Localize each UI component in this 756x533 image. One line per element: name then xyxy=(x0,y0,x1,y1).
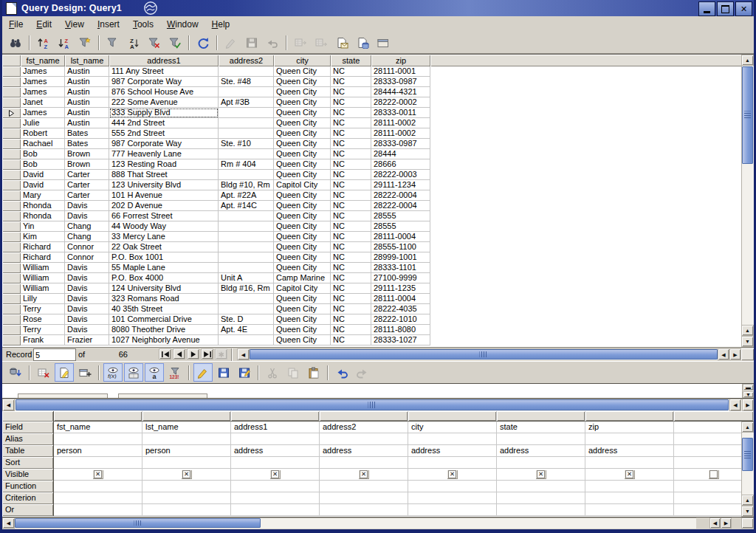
table-row[interactable]: JamesAustin333 Supply BlvdQueen CityNC28… xyxy=(2,108,754,118)
visible-checkbox[interactable]: ✕ xyxy=(447,470,458,479)
grid-cell-function[interactable] xyxy=(54,481,142,492)
row-header[interactable] xyxy=(2,273,21,283)
cell[interactable]: 40 35th Street xyxy=(109,304,219,314)
table-row[interactable]: JulieAustin444 2nd StreetQueen CityNC281… xyxy=(2,118,754,128)
grid-vertical-scrollbar[interactable]: ▲ ▲ ▼ xyxy=(741,422,754,517)
row-header[interactable] xyxy=(2,149,21,159)
add-table-icon[interactable] xyxy=(75,363,94,382)
cell[interactable]: 28444 xyxy=(371,149,430,159)
cell[interactable]: 66 Forrest Street xyxy=(109,211,219,221)
grid-cell-table[interactable]: address xyxy=(320,445,408,457)
cell[interactable]: Richard xyxy=(21,252,65,263)
cell[interactable]: Queen City xyxy=(274,314,331,325)
grid-cell-visible[interactable]: ✕ xyxy=(231,469,320,481)
last-record-button[interactable] xyxy=(201,348,213,360)
cell[interactable] xyxy=(219,108,274,118)
scroll-up-button-2[interactable]: ▲ xyxy=(741,325,754,336)
grid-cell-alias[interactable] xyxy=(585,433,674,445)
row-header[interactable] xyxy=(2,77,21,87)
grid-cell-or[interactable] xyxy=(231,504,320,516)
save-icon[interactable] xyxy=(214,363,233,382)
scroll-left-button[interactable]: ◀ xyxy=(2,517,15,529)
cell[interactable]: Queen City xyxy=(274,77,331,87)
cell[interactable]: Davis xyxy=(65,273,109,283)
column-header-fst_name[interactable]: fst_name xyxy=(21,55,65,66)
row-header[interactable] xyxy=(2,325,21,335)
cell[interactable]: Carter xyxy=(65,190,109,201)
row-header[interactable] xyxy=(2,66,21,77)
cell[interactable]: NC xyxy=(331,252,371,263)
column-header-address2[interactable]: address2 xyxy=(219,55,274,66)
column-header-city[interactable]: city xyxy=(274,55,331,66)
cell[interactable] xyxy=(219,87,274,97)
grid-cell-field[interactable]: fst_name xyxy=(54,422,142,433)
grid-cell-or[interactable] xyxy=(54,504,142,516)
cell[interactable]: Queen City xyxy=(274,325,331,335)
cell[interactable]: 111 Any Street xyxy=(109,66,219,77)
cell[interactable]: NC xyxy=(331,159,371,170)
grid-cell-criterion[interactable] xyxy=(497,492,585,504)
cell[interactable]: Davis xyxy=(65,283,109,294)
scroll-right-button[interactable]: ▶ xyxy=(729,348,741,360)
cell[interactable]: 28333-1101 xyxy=(371,263,430,273)
column-header-address1[interactable]: address1 xyxy=(109,55,219,66)
sort-order-icon[interactable]: ZA xyxy=(124,34,143,52)
grid-cell-visible[interactable]: ✕ xyxy=(585,469,674,481)
scroll-left-button-2[interactable]: ◀ xyxy=(709,517,721,529)
cell[interactable]: Terry xyxy=(21,304,65,314)
cell[interactable]: Bldg #10, Rm xyxy=(219,180,274,190)
grid-cell-sort[interactable] xyxy=(54,457,142,469)
cell[interactable]: Davis xyxy=(65,294,109,304)
cell[interactable]: Queen City xyxy=(274,232,331,242)
cell[interactable]: NC xyxy=(331,201,371,211)
cell[interactable]: James xyxy=(21,108,65,118)
run-query-icon[interactable] xyxy=(6,363,25,382)
table-horizontal-scrollbar[interactable]: ◀ ◀ ▶ xyxy=(237,348,741,360)
grid-cell-function[interactable] xyxy=(585,481,674,492)
cell[interactable]: 28111-8080 xyxy=(371,325,430,335)
cell[interactable]: 28999-1001 xyxy=(371,252,430,263)
row-header[interactable] xyxy=(2,201,21,211)
cell[interactable]: Janet xyxy=(21,97,65,108)
cell[interactable]: NC xyxy=(331,149,371,159)
cell[interactable] xyxy=(219,304,274,314)
cell[interactable]: Queen City xyxy=(274,304,331,314)
cell[interactable]: James xyxy=(21,77,65,87)
cell[interactable]: Bates xyxy=(65,139,109,149)
cell[interactable]: Davis xyxy=(65,314,109,325)
cell[interactable]: NC xyxy=(331,108,371,118)
cell[interactable]: Davis xyxy=(65,304,109,314)
grid-cell-function[interactable] xyxy=(142,481,231,492)
cell[interactable]: David xyxy=(21,180,65,190)
table-vertical-scrollbar[interactable]: ▲ ▲ ▼ xyxy=(741,55,754,347)
table-row[interactable]: MaryCarter101 H AvenueApt. #22AQueen Cit… xyxy=(2,190,754,201)
cell[interactable]: Queen City xyxy=(274,201,331,211)
apply-filter-icon[interactable] xyxy=(165,34,185,52)
cell[interactable]: 987 Corporate Way xyxy=(109,139,219,149)
cell[interactable]: Frank xyxy=(21,335,65,345)
row-header[interactable] xyxy=(2,335,21,345)
grid-cell-table[interactable]: address xyxy=(497,445,585,457)
cell[interactable]: Unit A xyxy=(219,273,274,283)
cell[interactable]: Austin xyxy=(65,118,109,128)
cell[interactable]: Queen City xyxy=(274,294,331,304)
cell[interactable]: NC xyxy=(331,283,371,294)
scroll-left-button[interactable]: ◀ xyxy=(237,348,250,360)
cell[interactable] xyxy=(219,211,274,221)
row-header[interactable] xyxy=(2,252,21,263)
scroll-left-button-2[interactable]: ◀ xyxy=(729,399,741,411)
cell[interactable]: Carter xyxy=(65,170,109,180)
cell[interactable]: 333 Supply Blvd xyxy=(109,108,219,118)
cell[interactable]: 202 D Avenue xyxy=(109,201,219,211)
row-header[interactable] xyxy=(2,190,21,201)
clear-query-icon[interactable] xyxy=(34,363,53,382)
visible-checkbox[interactable]: ✕ xyxy=(624,470,635,479)
cell[interactable]: Queen City xyxy=(274,211,331,221)
cell[interactable]: P.O. Box 4000 xyxy=(109,273,219,283)
grid-cell-alias[interactable] xyxy=(408,433,497,445)
cell[interactable]: David xyxy=(21,170,65,180)
cell[interactable]: Austin xyxy=(65,77,109,87)
visible-checkbox[interactable]: ✕ xyxy=(269,470,281,479)
checkbox-unchecked[interactable] xyxy=(709,470,718,478)
checkbox-checked[interactable]: ✕ xyxy=(625,470,633,478)
